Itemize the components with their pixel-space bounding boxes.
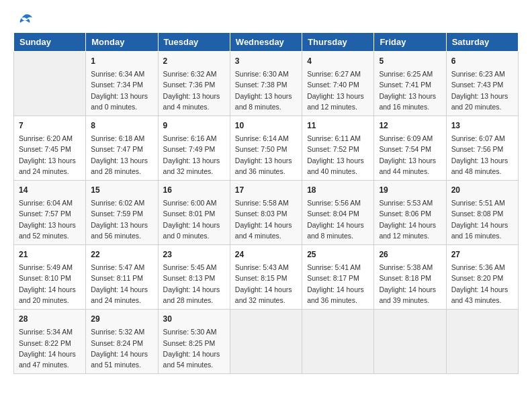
- day-number: 12: [379, 120, 441, 132]
- calendar-cell: 30Sunrise: 5:30 AMSunset: 8:25 PMDayligh…: [158, 310, 230, 374]
- day-info: Sunrise: 5:53 AMSunset: 8:06 PMDaylight:…: [379, 197, 441, 241]
- day-info: Sunrise: 5:34 AMSunset: 8:22 PMDaylight:…: [19, 326, 81, 370]
- day-info: Sunrise: 5:32 AMSunset: 8:24 PMDaylight:…: [91, 326, 152, 370]
- calendar-cell: 16Sunrise: 6:00 AMSunset: 8:01 PMDayligh…: [158, 181, 230, 245]
- day-info: Sunrise: 6:32 AMSunset: 7:36 PMDaylight:…: [163, 68, 225, 112]
- calendar-week-row: 28Sunrise: 5:34 AMSunset: 8:22 PMDayligh…: [14, 310, 519, 374]
- day-header-thursday: Thursday: [302, 33, 374, 52]
- day-info: Sunrise: 6:04 AMSunset: 7:57 PMDaylight:…: [19, 197, 81, 241]
- calendar-cell: 18Sunrise: 5:56 AMSunset: 8:04 PMDayligh…: [302, 181, 374, 245]
- calendar-table: SundayMondayTuesdayWednesdayThursdayFrid…: [13, 32, 519, 374]
- day-number: 2: [163, 55, 225, 67]
- day-info: Sunrise: 5:41 AMSunset: 8:17 PMDaylight:…: [307, 262, 369, 306]
- calendar-week-row: 21Sunrise: 5:49 AMSunset: 8:10 PMDayligh…: [14, 245, 519, 310]
- day-number: 8: [91, 120, 152, 132]
- calendar-cell: [446, 310, 518, 374]
- day-info: Sunrise: 6:07 AMSunset: 7:56 PMDaylight:…: [451, 133, 513, 177]
- calendar-cell: [14, 52, 86, 116]
- calendar-cell: 19Sunrise: 5:53 AMSunset: 8:06 PMDayligh…: [374, 181, 446, 245]
- logo-bird-icon: [16, 13, 34, 28]
- day-info: Sunrise: 6:30 AMSunset: 7:38 PMDaylight:…: [235, 68, 297, 112]
- day-info: Sunrise: 6:20 AMSunset: 7:45 PMDaylight:…: [19, 133, 81, 177]
- day-number: 20: [451, 184, 513, 196]
- day-info: Sunrise: 5:38 AMSunset: 8:18 PMDaylight:…: [379, 262, 441, 306]
- calendar-cell: 6Sunrise: 6:23 AMSunset: 7:43 PMDaylight…: [446, 52, 518, 116]
- calendar-cell: 13Sunrise: 6:07 AMSunset: 7:56 PMDayligh…: [446, 116, 518, 181]
- calendar-cell: 26Sunrise: 5:38 AMSunset: 8:18 PMDayligh…: [374, 245, 446, 310]
- day-info: Sunrise: 5:49 AMSunset: 8:10 PMDaylight:…: [19, 262, 81, 306]
- day-number: 17: [235, 184, 297, 196]
- logo: [13, 13, 34, 26]
- calendar-cell: [302, 310, 374, 374]
- day-info: Sunrise: 6:00 AMSunset: 8:01 PMDaylight:…: [163, 197, 225, 241]
- calendar-cell: 14Sunrise: 6:04 AMSunset: 7:57 PMDayligh…: [14, 181, 86, 245]
- day-info: Sunrise: 5:43 AMSunset: 8:15 PMDaylight:…: [235, 262, 297, 306]
- day-info: Sunrise: 6:09 AMSunset: 7:54 PMDaylight:…: [379, 133, 441, 177]
- day-header-friday: Friday: [374, 33, 446, 52]
- day-info: Sunrise: 6:25 AMSunset: 7:41 PMDaylight:…: [379, 68, 441, 112]
- day-info: Sunrise: 5:51 AMSunset: 8:08 PMDaylight:…: [451, 197, 513, 241]
- calendar-cell: [230, 310, 302, 374]
- calendar-cell: 22Sunrise: 5:47 AMSunset: 8:11 PMDayligh…: [86, 245, 158, 310]
- calendar-cell: 11Sunrise: 6:11 AMSunset: 7:52 PMDayligh…: [302, 116, 374, 181]
- day-number: 30: [163, 313, 225, 325]
- day-number: 7: [19, 120, 81, 132]
- day-info: Sunrise: 6:14 AMSunset: 7:50 PMDaylight:…: [235, 133, 297, 177]
- calendar-cell: 27Sunrise: 5:36 AMSunset: 8:20 PMDayligh…: [446, 245, 518, 310]
- calendar-cell: 17Sunrise: 5:58 AMSunset: 8:03 PMDayligh…: [230, 181, 302, 245]
- day-header-saturday: Saturday: [446, 33, 518, 52]
- day-header-monday: Monday: [86, 33, 158, 52]
- day-header-tuesday: Tuesday: [158, 33, 230, 52]
- day-header-sunday: Sunday: [14, 33, 86, 52]
- day-info: Sunrise: 6:18 AMSunset: 7:47 PMDaylight:…: [91, 133, 152, 177]
- calendar-week-row: 14Sunrise: 6:04 AMSunset: 7:57 PMDayligh…: [14, 181, 519, 245]
- day-number: 22: [91, 248, 152, 261]
- calendar-body: 1Sunrise: 6:34 AMSunset: 7:34 PMDaylight…: [14, 52, 519, 374]
- day-info: Sunrise: 6:02 AMSunset: 7:59 PMDaylight:…: [91, 197, 152, 241]
- day-number: 16: [163, 184, 225, 196]
- calendar-cell: [374, 310, 446, 374]
- calendar-cell: 23Sunrise: 5:45 AMSunset: 8:13 PMDayligh…: [158, 245, 230, 310]
- calendar-cell: 21Sunrise: 5:49 AMSunset: 8:10 PMDayligh…: [14, 245, 86, 310]
- day-number: 27: [451, 248, 513, 261]
- day-number: 26: [379, 248, 441, 261]
- day-info: Sunrise: 5:45 AMSunset: 8:13 PMDaylight:…: [163, 262, 225, 306]
- day-number: 23: [163, 248, 225, 261]
- day-info: Sunrise: 5:56 AMSunset: 8:04 PMDaylight:…: [307, 197, 369, 241]
- day-number: 19: [379, 184, 441, 196]
- day-number: 18: [307, 184, 369, 196]
- calendar-week-row: 1Sunrise: 6:34 AMSunset: 7:34 PMDaylight…: [14, 52, 519, 116]
- calendar-header-row: SundayMondayTuesdayWednesdayThursdayFrid…: [14, 33, 519, 52]
- day-info: Sunrise: 6:34 AMSunset: 7:34 PMDaylight:…: [91, 68, 152, 112]
- calendar-cell: 10Sunrise: 6:14 AMSunset: 7:50 PMDayligh…: [230, 116, 302, 181]
- day-number: 10: [235, 120, 297, 132]
- day-info: Sunrise: 5:47 AMSunset: 8:11 PMDaylight:…: [91, 262, 152, 306]
- day-number: 4: [307, 55, 369, 67]
- day-number: 1: [91, 55, 152, 67]
- day-info: Sunrise: 6:11 AMSunset: 7:52 PMDaylight:…: [307, 133, 369, 177]
- day-number: 29: [91, 313, 152, 325]
- day-header-wednesday: Wednesday: [230, 33, 302, 52]
- calendar-cell: 25Sunrise: 5:41 AMSunset: 8:17 PMDayligh…: [302, 245, 374, 310]
- calendar-week-row: 7Sunrise: 6:20 AMSunset: 7:45 PMDaylight…: [14, 116, 519, 181]
- header: [13, 13, 519, 26]
- calendar-cell: 4Sunrise: 6:27 AMSunset: 7:40 PMDaylight…: [302, 52, 374, 116]
- day-number: 25: [307, 248, 369, 261]
- calendar-cell: 8Sunrise: 6:18 AMSunset: 7:47 PMDaylight…: [86, 116, 158, 181]
- day-number: 6: [451, 55, 513, 67]
- calendar-cell: 12Sunrise: 6:09 AMSunset: 7:54 PMDayligh…: [374, 116, 446, 181]
- day-number: 11: [307, 120, 369, 132]
- day-number: 15: [91, 184, 152, 196]
- day-info: Sunrise: 6:16 AMSunset: 7:49 PMDaylight:…: [163, 133, 225, 177]
- calendar-cell: 20Sunrise: 5:51 AMSunset: 8:08 PMDayligh…: [446, 181, 518, 245]
- calendar-cell: 2Sunrise: 6:32 AMSunset: 7:36 PMDaylight…: [158, 52, 230, 116]
- day-number: 9: [163, 120, 225, 132]
- calendar-cell: 7Sunrise: 6:20 AMSunset: 7:45 PMDaylight…: [14, 116, 86, 181]
- calendar-cell: 3Sunrise: 6:30 AMSunset: 7:38 PMDaylight…: [230, 52, 302, 116]
- day-number: 21: [19, 248, 81, 261]
- calendar-cell: 9Sunrise: 6:16 AMSunset: 7:49 PMDaylight…: [158, 116, 230, 181]
- day-number: 14: [19, 184, 81, 196]
- calendar-cell: 5Sunrise: 6:25 AMSunset: 7:41 PMDaylight…: [374, 52, 446, 116]
- day-number: 13: [451, 120, 513, 132]
- day-info: Sunrise: 5:30 AMSunset: 8:25 PMDaylight:…: [163, 326, 225, 370]
